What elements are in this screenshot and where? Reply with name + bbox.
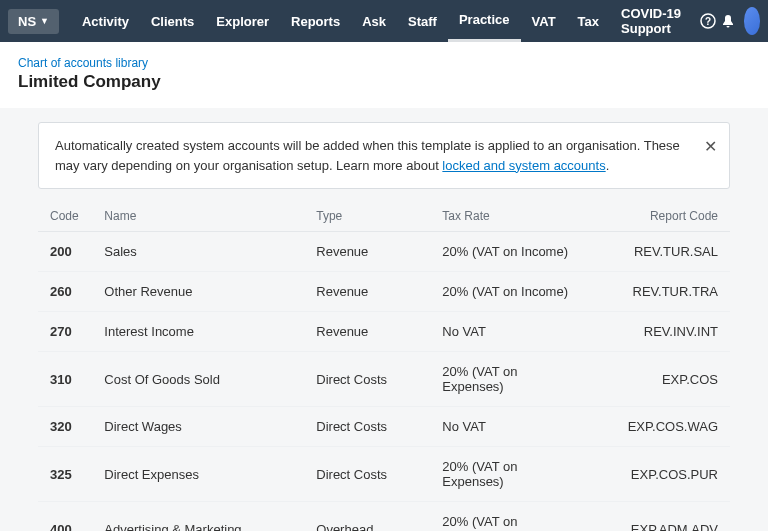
page-title: Limited Company [18,72,750,92]
bell-icon[interactable] [720,7,736,35]
cell-name: Advertising & Marketing [92,502,304,532]
cell-type: Revenue [304,272,430,312]
cell-name: Direct Expenses [92,447,304,502]
col-header-type: Type [304,199,430,232]
cell-type: Direct Costs [304,447,430,502]
cell-code: 200 [38,232,92,272]
info-box: Automatically created system accounts wi… [38,122,730,189]
chevron-down-icon: ▼ [40,16,49,26]
nav-item-clients[interactable]: Clients [140,0,205,42]
cell-report: EXP.COS.PUR [589,447,730,502]
cell-name: Direct Wages [92,407,304,447]
cell-report: REV.TUR.TRA [589,272,730,312]
cell-code: 400 [38,502,92,532]
page-header: Chart of accounts library Limited Compan… [0,42,768,108]
cell-tax: No VAT [430,407,589,447]
cell-tax: 20% (VAT on Expenses) [430,502,589,532]
nav-item-tax[interactable]: Tax [567,0,610,42]
help-icon[interactable]: ? [700,7,716,35]
info-link[interactable]: locked and system accounts [442,158,605,173]
col-header-tax: Tax Rate [430,199,589,232]
cell-report: EXP.COS.WAG [589,407,730,447]
cell-report: REV.TUR.SAL [589,232,730,272]
nav-item-practice[interactable]: Practice [448,0,521,42]
info-text-after: . [606,158,610,173]
table-row[interactable]: 260Other RevenueRevenue20% (VAT on Incom… [38,272,730,312]
close-icon[interactable]: ✕ [704,135,717,159]
col-header-code: Code [38,199,92,232]
cell-type: Direct Costs [304,407,430,447]
cell-code: 270 [38,312,92,352]
table-row[interactable]: 400Advertising & MarketingOverhead20% (V… [38,502,730,532]
cell-type: Direct Costs [304,352,430,407]
cell-code: 260 [38,272,92,312]
cell-tax: No VAT [430,312,589,352]
col-header-name: Name [92,199,304,232]
table-row[interactable]: 310Cost Of Goods SoldDirect Costs20% (VA… [38,352,730,407]
org-selector[interactable]: NS ▼ [8,9,59,34]
nav-item-reports[interactable]: Reports [280,0,351,42]
cell-report: EXP.COS [589,352,730,407]
nav-item-explorer[interactable]: Explorer [205,0,280,42]
svg-text:?: ? [705,16,711,27]
nav-item-ask[interactable]: Ask [351,0,397,42]
cell-code: 320 [38,407,92,447]
top-nav: NS ▼ ActivityClientsExplorerReportsAskSt… [0,0,768,42]
table-row[interactable]: 200SalesRevenue20% (VAT on Income)REV.TU… [38,232,730,272]
covid-support-link[interactable]: COVID-19 Support [610,0,697,42]
cell-tax: 20% (VAT on Income) [430,232,589,272]
cell-report: REV.INV.INT [589,312,730,352]
nav-item-staff[interactable]: Staff [397,0,448,42]
cell-type: Revenue [304,232,430,272]
cell-report: EXP.ADM.ADV [589,502,730,532]
content: Automatically created system accounts wi… [0,108,768,531]
avatar[interactable] [744,7,760,35]
cell-tax: 20% (VAT on Expenses) [430,352,589,407]
cell-name: Interest Income [92,312,304,352]
table-row[interactable]: 270Interest IncomeRevenueNo VATREV.INV.I… [38,312,730,352]
cell-tax: 20% (VAT on Income) [430,272,589,312]
breadcrumb[interactable]: Chart of accounts library [18,56,750,70]
table-row[interactable]: 325Direct ExpensesDirect Costs20% (VAT o… [38,447,730,502]
cell-code: 325 [38,447,92,502]
org-label: NS [18,14,36,29]
accounts-table: Code Name Type Tax Rate Report Code 200S… [38,199,730,531]
col-header-report: Report Code [589,199,730,232]
nav-item-vat[interactable]: VAT [521,0,567,42]
nav-item-activity[interactable]: Activity [71,0,140,42]
cell-name: Other Revenue [92,272,304,312]
cell-name: Cost Of Goods Sold [92,352,304,407]
cell-type: Overhead [304,502,430,532]
cell-name: Sales [92,232,304,272]
table-row[interactable]: 320Direct WagesDirect CostsNo VATEXP.COS… [38,407,730,447]
cell-type: Revenue [304,312,430,352]
cell-tax: 20% (VAT on Expenses) [430,447,589,502]
cell-code: 310 [38,352,92,407]
